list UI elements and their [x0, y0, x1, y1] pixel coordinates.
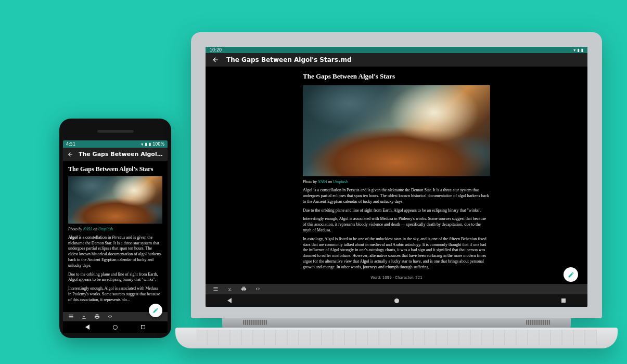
back-icon[interactable]	[212, 56, 219, 63]
nav-recents-icon[interactable]	[141, 325, 145, 329]
word-character-count: Word: 1099 · Character: 221	[206, 276, 587, 280]
code-icon[interactable]	[255, 284, 261, 294]
source-link[interactable]: Unsplash	[98, 227, 113, 231]
nav-back-icon[interactable]	[85, 324, 89, 330]
back-icon[interactable]	[67, 151, 73, 158]
paragraph: Algol is a constellation in Perseus and …	[68, 235, 162, 269]
paragraph: Due to the orbiting plane and line of si…	[68, 272, 162, 283]
battery-icon: ▮	[581, 48, 583, 53]
paragraph: Due to the orbiting plane and line of si…	[303, 208, 490, 214]
nav-back-icon[interactable]	[227, 298, 232, 303]
bottom-toolbar	[206, 284, 587, 294]
status-bar: 10:20 ▾ ▮ ▮	[206, 47, 587, 53]
laptop-lid: 10:20 ▾ ▮ ▮ The Gaps Between Algol's Sta…	[191, 32, 602, 318]
app-title: The Gaps Between Algol's Stars.md	[226, 56, 352, 63]
print-icon[interactable]	[241, 284, 247, 294]
status-time: 10:20	[210, 48, 222, 53]
article-heading: The Gaps Between Algol's Stars	[303, 72, 490, 81]
image-caption: Photo by NASA on Unsplash	[303, 179, 490, 185]
phone-screen: 4:51 ▾ ▮ ▮ 100% The Gaps Between Algol's…	[63, 140, 168, 333]
signal-icon: ▮	[145, 142, 147, 147]
view-icon[interactable]	[68, 312, 74, 321]
article-heading: The Gaps Between Algol's Stars	[68, 165, 162, 173]
edit-fab[interactable]	[564, 267, 578, 282]
download-icon[interactable]	[227, 284, 233, 294]
paragraph: Algol is a constellation in Perseus and …	[303, 188, 490, 204]
paragraph: Interestingly enough, Algol is associate…	[68, 286, 162, 303]
wifi-icon: ▾	[141, 142, 143, 147]
image-caption: Photo by NASA on Unsplash	[68, 227, 162, 232]
battery-icon: ▮	[149, 142, 151, 147]
nav-home-icon[interactable]	[113, 325, 118, 330]
app-title: The Gaps Between Algol's Sta...	[79, 151, 163, 158]
android-nav-bar	[63, 321, 168, 333]
download-icon[interactable]	[81, 312, 87, 321]
battery-label: 100%	[152, 142, 164, 147]
article-content[interactable]: The Gaps Between Algol's Stars Photo by …	[63, 161, 168, 312]
app-bar: The Gaps Between Algol's Sta...	[63, 148, 168, 161]
android-nav-bar	[206, 294, 587, 307]
nav-home-icon[interactable]	[394, 298, 399, 303]
view-icon[interactable]	[213, 284, 219, 294]
wifi-icon: ▾	[573, 48, 575, 53]
status-bar: 4:51 ▾ ▮ ▮ 100%	[63, 140, 168, 148]
signal-icon: ▮	[577, 48, 579, 53]
status-time: 4:51	[66, 142, 75, 147]
laptop-screen: 10:20 ▾ ▮ ▮ The Gaps Between Algol's Sta…	[206, 47, 587, 307]
print-icon[interactable]	[94, 312, 100, 321]
nav-recents-icon[interactable]	[561, 298, 566, 303]
author-link[interactable]: NASA	[318, 179, 327, 184]
phone-speaker	[97, 130, 134, 133]
article-image	[68, 176, 162, 224]
laptop-hinge	[222, 318, 571, 328]
author-link[interactable]: NASA	[83, 227, 93, 231]
paragraph: In astrology, Algol is listed to be one …	[303, 237, 490, 270]
phone-frame: 4:51 ▾ ▮ ▮ 100% The Gaps Between Algol's…	[59, 119, 171, 338]
source-link[interactable]: Unsplash	[333, 179, 348, 184]
code-icon[interactable]	[107, 312, 113, 321]
laptop-frame: 10:20 ▾ ▮ ▮ The Gaps Between Algol's Sta…	[191, 32, 602, 348]
laptop-keyboard	[196, 330, 597, 345]
edit-fab[interactable]	[149, 304, 162, 317]
app-bar: The Gaps Between Algol's Stars.md	[206, 53, 587, 67]
article-content[interactable]: The Gaps Between Algol's Stars Photo by …	[206, 67, 587, 284]
laptop-base	[175, 328, 618, 348]
article-image	[303, 85, 490, 177]
paragraph: Interestingly enough, Algol is associate…	[303, 216, 490, 233]
